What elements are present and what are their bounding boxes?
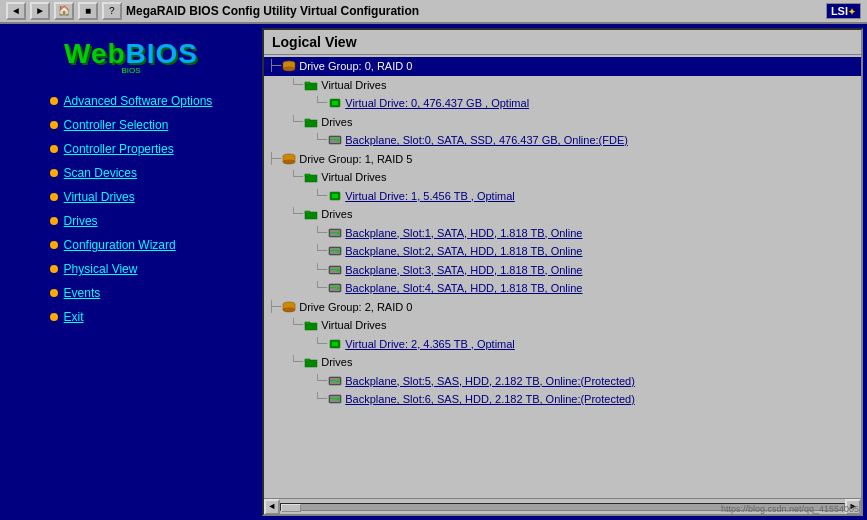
svg-point-59 <box>337 398 340 401</box>
nav-bullet-configuration-wizard <box>50 241 58 249</box>
sidebar-item-scan-devices[interactable]: Scan Devices <box>36 161 227 185</box>
tree-row[interactable]: └─ Backplane, Slot:5, SAS, HDD, 2.182 TB… <box>264 372 861 391</box>
svg-point-17 <box>283 160 295 164</box>
tree-row[interactable]: └─ Backplane, Slot:2, SATA, HDD, 1.818 T… <box>264 242 861 261</box>
tree-row[interactable]: └─ Backplane, Slot:3, SATA, HDD, 1.818 T… <box>264 261 861 280</box>
toolbar-btn-stop[interactable]: ■ <box>78 2 98 20</box>
title-bar: ◄ ► 🏠 ■ ? MegaRAID BIOS Config Utility V… <box>0 0 867 24</box>
toolbar-btn-fwd[interactable]: ► <box>30 2 50 20</box>
sidebar-item-controller-properties[interactable]: Controller Properties <box>36 137 227 161</box>
tree-row[interactable]: └─ Virtual Drives <box>264 316 861 335</box>
tree-row-label: Drive Group: 2, RAID 0 <box>299 299 412 316</box>
svg-point-13 <box>337 139 340 142</box>
scroll-right-btn[interactable]: ► <box>845 499 861 515</box>
sidebar-item-drives[interactable]: Drives <box>36 209 227 233</box>
tree-row[interactable]: └─ Virtual Drive: 1, 5.456 TB , Optimal <box>264 187 861 206</box>
svg-rect-41 <box>330 287 336 288</box>
sidebar-item-advanced-software-options[interactable]: Advanced Software Options <box>36 89 227 113</box>
sidebar-item-configuration-wizard[interactable]: Configuration Wizard <box>36 233 227 257</box>
tree-row[interactable]: └─ Virtual Drive: 0, 476.437 GB , Optima… <box>264 94 861 113</box>
toolbar-btn-back[interactable]: ◄ <box>6 2 26 20</box>
tree-row[interactable]: └─ Backplane, Slot:1, SATA, HDD, 1.818 T… <box>264 224 861 243</box>
tree-row-label: Virtual Drive: 0, 476.437 GB , Optimal <box>345 95 529 112</box>
tree-row-label: Drives <box>321 114 352 131</box>
toolbar-btn-help[interactable]: ? <box>102 2 122 20</box>
nav-bullet-drives <box>50 217 58 225</box>
webbios-sub: BIOS <box>10 66 252 75</box>
sidebar-item-physical-view[interactable]: Physical View <box>36 257 227 281</box>
svg-point-36 <box>337 268 340 271</box>
svg-rect-23 <box>332 194 338 198</box>
tree-row-label: Virtual Drive: 2, 4.365 TB , Optimal <box>345 336 515 353</box>
svg-rect-33 <box>330 250 336 251</box>
tree-row-label: Backplane, Slot:4, SATA, HDD, 1.818 TB, … <box>345 280 582 297</box>
svg-rect-10 <box>305 119 310 121</box>
svg-point-32 <box>337 250 340 253</box>
tree-row-label: Backplane, Slot:5, SAS, HDD, 2.182 TB, O… <box>345 373 635 390</box>
tree-row[interactable]: ├─ Drive Group: 0, RAID 0 <box>264 57 861 76</box>
svg-rect-60 <box>330 398 336 399</box>
scroll-track <box>280 503 845 511</box>
tree-row-label: Backplane, Slot:3, SATA, HDD, 1.818 TB, … <box>345 262 582 279</box>
webbios-text: WebBIOS <box>10 40 252 68</box>
toolbar-btn-home[interactable]: 🏠 <box>54 2 74 20</box>
tree-area[interactable]: ├─ Drive Group: 0, RAID 0 └─ Virtual Dri… <box>264 55 861 498</box>
nav-link-drives[interactable]: Drives <box>64 214 98 228</box>
svg-rect-8 <box>332 101 338 105</box>
nav-bullet-physical-view <box>50 265 58 273</box>
nav-bullet-events <box>50 289 58 297</box>
sidebar: WebBIOS BIOS Advanced Software Options C… <box>0 24 262 520</box>
nav-link-physical-view[interactable]: Physical View <box>64 262 138 276</box>
tree-row[interactable]: └─ Drives <box>264 353 861 372</box>
sidebar-item-events[interactable]: Events <box>36 281 227 305</box>
tree-row[interactable]: └─ Virtual Drives <box>264 168 861 187</box>
tree-row[interactable]: └─ Drives <box>264 205 861 224</box>
tree-row[interactable]: └─ Backplane, Slot:6, SAS, HDD, 2.182 TB… <box>264 390 861 409</box>
nav-link-advanced-software-options[interactable]: Advanced Software Options <box>64 94 213 108</box>
content-pane: Logical View ├─ Drive Group: 0, RAID 0 └… <box>262 28 863 516</box>
svg-point-55 <box>337 379 340 382</box>
nav-link-configuration-wizard[interactable]: Configuration Wizard <box>64 238 176 252</box>
nav-link-scan-devices[interactable]: Scan Devices <box>64 166 137 180</box>
sidebar-item-exit[interactable]: Exit <box>36 305 227 329</box>
tree-row-label: Drive Group: 0, RAID 0 <box>299 58 412 75</box>
svg-rect-14 <box>330 139 336 140</box>
tree-row-label: Virtual Drives <box>321 169 386 186</box>
sidebar-item-controller-selection[interactable]: Controller Selection <box>36 113 227 137</box>
scroll-thumb[interactable] <box>281 504 301 512</box>
nav-bullet-advanced-software-options <box>50 97 58 105</box>
nav-bullet-exit <box>50 313 58 321</box>
lsi-logo: LSI✦ <box>826 3 861 19</box>
svg-point-44 <box>283 308 295 312</box>
tree-row[interactable]: ├─ Drive Group: 2, RAID 0 <box>264 298 861 317</box>
nav-bullet-scan-devices <box>50 169 58 177</box>
nav-link-controller-properties[interactable]: Controller Properties <box>64 142 174 156</box>
nav-items-container: Advanced Software Options Controller Sel… <box>36 89 227 329</box>
svg-rect-52 <box>305 359 310 361</box>
scroll-left-btn[interactable]: ◄ <box>264 499 280 515</box>
tree-row[interactable]: └─ Backplane, Slot:0, SATA, SSD, 476.437… <box>264 131 861 150</box>
tree-row[interactable]: └─ Virtual Drives <box>264 76 861 95</box>
nav-link-exit[interactable]: Exit <box>64 310 84 324</box>
title-bar-left: ◄ ► 🏠 ■ ? MegaRAID BIOS Config Utility V… <box>6 2 419 20</box>
tree-row-label: Drives <box>321 206 352 223</box>
svg-rect-50 <box>332 342 338 346</box>
tree-row[interactable]: └─ Virtual Drive: 2, 4.365 TB , Optimal <box>264 335 861 354</box>
tree-row[interactable]: └─ Drives <box>264 113 861 132</box>
nav-link-virtual-drives[interactable]: Virtual Drives <box>64 190 135 204</box>
tree-row[interactable]: └─ Backplane, Slot:4, SATA, HDD, 1.818 T… <box>264 279 861 298</box>
svg-rect-21 <box>305 174 310 176</box>
tree-row[interactable]: ├─ Drive Group: 1, RAID 5 <box>264 150 861 169</box>
horizontal-scrollbar[interactable]: ◄ ► <box>264 498 861 514</box>
nav-link-events[interactable]: Events <box>64 286 101 300</box>
tree-row-label: Virtual Drives <box>321 317 386 334</box>
svg-rect-25 <box>305 211 310 213</box>
svg-rect-37 <box>330 269 336 270</box>
sidebar-item-virtual-drives[interactable]: Virtual Drives <box>36 185 227 209</box>
nav-link-controller-selection[interactable]: Controller Selection <box>64 118 169 132</box>
pane-title: Logical View <box>264 30 861 55</box>
monitor-outer: ◄ ► 🏠 ■ ? MegaRAID BIOS Config Utility V… <box>0 0 867 520</box>
nav-bullet-virtual-drives <box>50 193 58 201</box>
svg-rect-48 <box>305 322 310 324</box>
tree-row-label: Drives <box>321 354 352 371</box>
